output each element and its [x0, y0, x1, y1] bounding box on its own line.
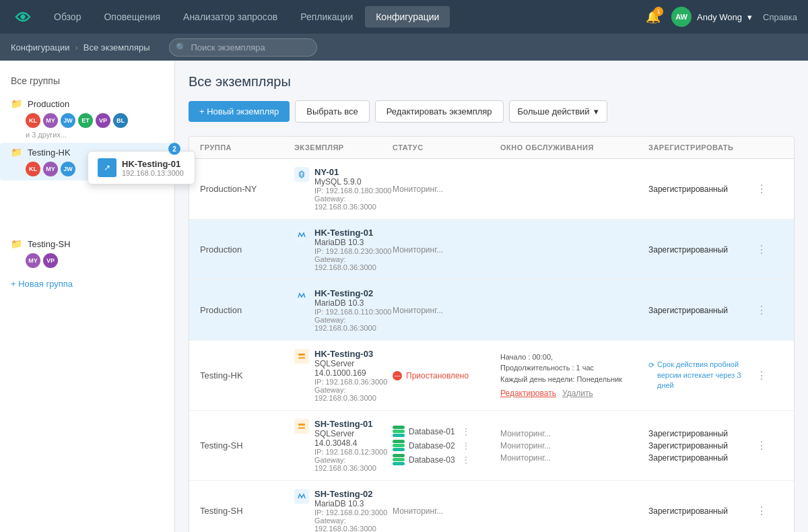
nav-items: Обзор Оповещения Анализатор запросов Реп…: [43, 6, 646, 28]
maintenance-schedule: Каждый день недели: Понедельник: [500, 374, 648, 385]
sidebar-item-production[interactable]: 📁 Production KL MY JW ET VP BL и 3 други…: [0, 94, 174, 143]
instance-ip: IP: 192.168.0.110:3000: [314, 308, 393, 316]
add-group-button[interactable]: + Новая группа: [0, 272, 174, 296]
table-row[interactable]: Production HK-Testing-02 MariaDB 10.3 IP…: [189, 280, 794, 341]
trial-warning-text: Срок действия пробной версии истекает че…: [657, 360, 756, 391]
db-name: Database-01: [409, 427, 455, 436]
tooltip-instance-name: HK-Testing-01: [122, 159, 175, 169]
nav-query-analyzer[interactable]: Анализатор запросов: [172, 6, 288, 28]
table-row[interactable]: Testing-SH SH-Testing-02 MariaDB 10.3 IP…: [189, 481, 794, 532]
instance-name: SH-Testing-02: [314, 489, 393, 499]
instances-table: ГРУППА ЭКЗЕМПЛЯР СТАТУС ОКНО ОБСЛУЖИВАНИ…: [189, 136, 795, 532]
row-group: Production-NY: [200, 184, 294, 194]
breadcrumb-root[interactable]: Конфигурации: [11, 42, 69, 53]
svg-rect-0: [298, 354, 305, 356]
db-more-icon3[interactable]: ⋮: [462, 455, 470, 465]
row-more-button[interactable]: ⋮: [756, 304, 783, 317]
select-all-button[interactable]: Выбрать все: [295, 100, 369, 123]
edit-instance-button[interactable]: Редактировать экземпляр: [375, 100, 504, 123]
table-row[interactable]: Testing-HK HK-Testing-03 SQLServer 14.0.…: [189, 341, 794, 411]
maintenance-delete-link[interactable]: Удалить: [562, 389, 593, 398]
instance-ip: IP: 192.168.0.180:3000: [314, 187, 393, 195]
production-avatars: KL MY JW ET VP BL и 3 других...: [26, 113, 164, 139]
row-instance: HK-Testing-01 MariaDB 10.3 IP: 192.168.0…: [294, 228, 393, 271]
row-instance: SH-Testing-01 SQLServer 14.0.3048.4 IP: …: [294, 419, 393, 472]
row-more-button[interactable]: ⋮: [756, 504, 783, 517]
user-avatar: AW: [671, 7, 692, 27]
instance-gateway: Gateway: 192.168.0.36:3000: [314, 386, 393, 402]
sidebar-item-testing-sh[interactable]: 📁 Testing-SH MY VP: [0, 234, 174, 272]
toolbar: + Новый экземпляр Выбрать все Редактиров…: [189, 100, 795, 123]
instance-gateway: Gateway: 192.168.0.36:3000: [314, 517, 393, 532]
instance-gateway: Gateway: 192.168.0.36:3000: [314, 456, 393, 472]
avatar-kl: KL: [26, 113, 40, 128]
instance-icon-mariadb: [294, 228, 309, 242]
nav-configurations[interactable]: Конфигурации: [365, 6, 450, 28]
tooltip-db-icon: ↗: [98, 158, 116, 177]
user-menu-button[interactable]: AW Andy Wong ▾: [671, 7, 752, 27]
paused-icon: —: [393, 371, 402, 380]
db-stack-icon3: [393, 454, 405, 465]
instance-name: SH-Testing-01: [314, 419, 393, 429]
nav-alerts[interactable]: Оповещения: [93, 6, 171, 28]
instance-db: MariaDB 10.3: [314, 499, 393, 508]
notification-badge: 1: [654, 7, 663, 16]
tooltip-box: ↗ HK-Testing-01 192.168.0.13:3000: [88, 151, 175, 185]
table-header: ГРУППА ЭКЗЕМПЛЯР СТАТУС ОКНО ОБСЛУЖИВАНИ…: [189, 137, 794, 159]
table-row[interactable]: Testing-SH SH-Testing-01 SQLServer 14.0.…: [189, 411, 794, 481]
row-more-button[interactable]: ⋮: [756, 369, 783, 382]
avatar-et: ET: [78, 113, 93, 128]
tooltip-ip: 192.168.0.13:3000: [122, 169, 175, 177]
production-more: и 3 других...: [26, 131, 67, 139]
instance-gateway: Gateway: 192.168.0.36:3000: [314, 316, 393, 332]
dropdown-arrow-icon: ▾: [594, 106, 599, 117]
user-name: Andy Wong: [697, 12, 742, 22]
instance-ip: IP: 192.168.0.36:3000: [314, 378, 393, 386]
row-more-button[interactable]: ⋮: [756, 439, 783, 452]
avatar-my: MY: [43, 113, 58, 128]
search-input[interactable]: [169, 38, 317, 57]
row-more-button[interactable]: ⋮: [756, 182, 783, 195]
main-layout: Все группы 📁 Production KL MY JW ET VP B…: [0, 61, 808, 532]
db-more-icon[interactable]: ⋮: [462, 427, 470, 436]
group-name-testing-hk: Testing-HK: [28, 147, 71, 158]
instance-db: SQLServer 14.0.1000.169: [314, 359, 393, 378]
app-logo[interactable]: [11, 5, 35, 29]
instance-name: HK-Testing-02: [314, 288, 393, 298]
row-status-databases: Database-01 ⋮ Database-02 ⋮: [393, 426, 500, 465]
row-more-button[interactable]: ⋮: [756, 243, 783, 256]
svg-rect-1: [298, 357, 305, 359]
nav-replication[interactable]: Репликации: [290, 6, 364, 28]
avatar-sh-vp: VP: [43, 253, 58, 268]
row-status: Мониторинг...: [393, 306, 500, 315]
notifications-button[interactable]: 🔔 1: [646, 9, 661, 24]
row-group: Production: [200, 305, 294, 315]
col-instance: ЭКЗЕМПЛЯР: [294, 143, 393, 152]
nav-overview[interactable]: Обзор: [43, 6, 92, 28]
row-maintenance: Начало : 00:00, Продолжительность : 1 ча…: [500, 352, 648, 400]
instance-icon-mariadb3: [294, 489, 309, 504]
maintenance-edit-link[interactable]: Редактировать: [500, 389, 556, 398]
row-registered: Зарегистрированный: [648, 506, 756, 516]
svg-rect-2: [298, 424, 305, 426]
row-group: Production: [200, 244, 294, 255]
new-instance-button[interactable]: + Новый экземпляр: [189, 101, 290, 122]
breadcrumb-current[interactable]: Все экземпляры: [83, 42, 150, 53]
table-row[interactable]: Production-NY NY-01 MySQL 5.9.0 IP: 192.…: [189, 159, 794, 220]
db-stack-icon: [393, 426, 405, 437]
table-row[interactable]: Production HK-Testing-01 MariaDB 10.3 IP…: [189, 220, 794, 280]
group-name-testing-sh: Testing-SH: [28, 239, 71, 249]
help-button[interactable]: Справка: [763, 12, 797, 22]
row-registered-with-trial: ⟳ Срок действия пробной версии истекает …: [648, 360, 756, 391]
row-registered-multi: Зарегистрированный Зарегистрированный За…: [648, 429, 756, 463]
sidebar-all-groups[interactable]: Все группы: [0, 71, 174, 94]
instance-db: MariaDB 10.3: [314, 298, 393, 308]
row-status: Мониторинг...: [393, 245, 500, 255]
testing-sh-avatars: MY VP: [26, 253, 164, 268]
col-actions: [756, 143, 783, 152]
row-group: Testing-HK: [200, 370, 294, 380]
db-more-icon2[interactable]: ⋮: [462, 441, 470, 451]
instance-tooltip: 2 ↗ HK-Testing-01 192.168.0.13:3000: [88, 148, 175, 185]
more-actions-button[interactable]: Больше действий ▾: [509, 100, 607, 123]
row-group: Testing-SH: [200, 506, 294, 516]
